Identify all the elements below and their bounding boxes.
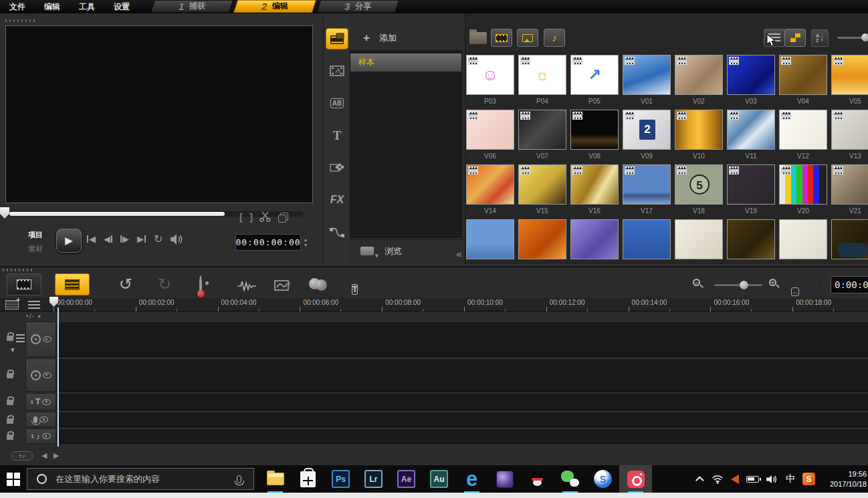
lightroom-icon[interactable]: Lr <box>357 465 390 493</box>
wifi-icon[interactable] <box>712 475 724 484</box>
library-item[interactable]: V16 <box>570 164 619 218</box>
library-thumbnail[interactable] <box>779 219 827 259</box>
library-thumbnail[interactable]: 2 <box>623 110 671 150</box>
clip-mode-button[interactable]: 素材 <box>28 244 43 254</box>
library-item[interactable]: V14 <box>466 164 514 218</box>
library-thumbnail[interactable] <box>727 55 775 95</box>
thumbnail-size-slider[interactable] <box>837 37 865 39</box>
library-thumbnail[interactable] <box>518 110 566 150</box>
motion-path-button[interactable] <box>326 222 348 243</box>
sort-button[interactable]: AZ ↓ <box>811 29 829 47</box>
video-track-lane[interactable] <box>58 322 868 357</box>
voice-track-lane[interactable] <box>58 412 868 427</box>
next-frame-button[interactable]: ▶ <box>120 234 129 244</box>
menu-file[interactable]: 文件 <box>0 1 35 13</box>
microphone-icon[interactable] <box>237 475 241 483</box>
library-item[interactable]: V20 <box>779 164 827 218</box>
library-thumbnail[interactable] <box>727 219 775 259</box>
timeline-zoom-slider[interactable] <box>714 284 762 286</box>
library-item[interactable]: V11 <box>727 110 775 163</box>
track-dropdown-icon[interactable]: ▼ <box>9 346 16 354</box>
menu-edit[interactable]: 编辑 <box>35 1 70 13</box>
add-remove-track-buttons[interactable]: +/- ▼ <box>25 313 58 320</box>
library-thumbnail[interactable] <box>831 164 868 205</box>
graphic-gallery-button[interactable] <box>326 156 348 178</box>
track-visibility-icon[interactable] <box>42 399 51 405</box>
library-thumbnail[interactable] <box>727 110 775 150</box>
scrubber-handle[interactable] <box>0 207 9 219</box>
filter-audio-button[interactable]: ♪ <box>544 29 565 47</box>
title-track-lane[interactable] <box>58 393 868 410</box>
library-thumbnail[interactable] <box>518 164 566 205</box>
instant-project-button[interactable] <box>326 60 348 82</box>
video-track-lock-icon[interactable] <box>7 336 13 341</box>
storyboard-view-button[interactable] <box>7 273 41 295</box>
play-button[interactable]: ▶ <box>56 229 82 253</box>
menu-tools[interactable]: 工具 <box>70 1 104 13</box>
library-thumbnail[interactable] <box>466 110 514 150</box>
mark-in-button[interactable]: [ <box>239 211 243 223</box>
library-item[interactable]: V01 <box>623 55 671 108</box>
library-item[interactable]: 5 V18 <box>675 164 723 218</box>
overlay-track-lock-icon[interactable] <box>7 373 13 378</box>
track-list-icon[interactable] <box>28 301 40 309</box>
edge-icon[interactable]: e <box>455 465 488 493</box>
library-thumbnail[interactable]: 5 <box>675 164 723 205</box>
library-thumbnail[interactable] <box>466 219 514 259</box>
import-folder-icon[interactable] <box>469 32 487 44</box>
workflow-tab[interactable]: 2 编辑 <box>233 0 316 13</box>
library-thumbnail[interactable] <box>779 55 827 95</box>
after-effects-icon[interactable]: Ae <box>390 465 423 493</box>
library-thumbnail[interactable] <box>570 110 619 150</box>
library-thumbnail[interactable] <box>831 55 868 95</box>
taskbar-search-input[interactable]: 在这里输入你要搜索的内容 <box>27 468 254 490</box>
microsoft-store-icon[interactable] <box>292 465 324 493</box>
menu-settings[interactable]: 设置 <box>104 1 139 13</box>
track-visibility-icon[interactable] <box>42 433 51 439</box>
library-item[interactable] <box>779 219 827 264</box>
library-thumbnail[interactable] <box>675 110 723 150</box>
redo-button[interactable]: ↻ <box>158 275 171 293</box>
library-thumbnail[interactable] <box>570 219 619 259</box>
filter-gallery-button[interactable]: FX <box>326 189 348 211</box>
sogou-icon[interactable]: S <box>586 465 619 493</box>
library-scroll-indicator[interactable] <box>838 243 867 257</box>
library-item[interactable] <box>570 219 619 264</box>
music-track-lock-icon[interactable] <box>7 434 13 440</box>
project-mode-button[interactable]: 项目 <box>28 230 43 240</box>
library-item[interactable]: ☺ P03 <box>466 55 514 108</box>
track-manager-icon[interactable] <box>5 300 19 309</box>
auto-music-button[interactable]: ♪ <box>274 277 292 296</box>
library-item[interactable]: V15 <box>518 164 566 218</box>
audition-icon[interactable]: Au <box>423 465 455 493</box>
library-item[interactable]: V13 <box>831 110 868 163</box>
library-thumbnail[interactable] <box>466 164 514 205</box>
media-app-icon[interactable] <box>488 465 521 493</box>
timeline-view-button[interactable] <box>55 273 90 295</box>
end-button[interactable]: ▶ <box>137 234 146 244</box>
filter-photos-button[interactable] <box>517 29 538 47</box>
library-thumbnail[interactable] <box>779 164 827 205</box>
title-track-header[interactable]: 1T <box>25 393 56 410</box>
library-thumbnail[interactable] <box>623 219 671 259</box>
browse-button[interactable]: 浏览 <box>350 239 465 262</box>
library-thumbnail[interactable] <box>727 164 775 205</box>
battery-icon[interactable] <box>746 476 759 483</box>
start-button[interactable] <box>0 465 27 493</box>
library-thumbnail[interactable] <box>570 164 619 205</box>
media-gallery-button[interactable] <box>326 28 348 49</box>
video-track-header[interactable] <box>25 322 56 357</box>
library-item[interactable]: V21 <box>831 164 868 218</box>
trim-bar[interactable] <box>9 212 225 216</box>
track-visibility-icon[interactable] <box>39 416 48 422</box>
repeat-button[interactable]: ↻ <box>154 233 162 245</box>
library-item[interactable]: V10 <box>675 110 723 163</box>
library-item[interactable] <box>727 219 775 264</box>
music-track-lane[interactable] <box>58 428 868 444</box>
home-button[interactable]: ◀ <box>87 234 96 244</box>
library-thumbnail[interactable] <box>779 110 827 150</box>
library-item[interactable]: V06 <box>466 110 514 163</box>
enlarge-preview-icon[interactable] <box>278 213 287 221</box>
library-thumbnail[interactable] <box>623 164 671 205</box>
timeline-timecode[interactable]: 0:00:0 <box>831 276 868 293</box>
